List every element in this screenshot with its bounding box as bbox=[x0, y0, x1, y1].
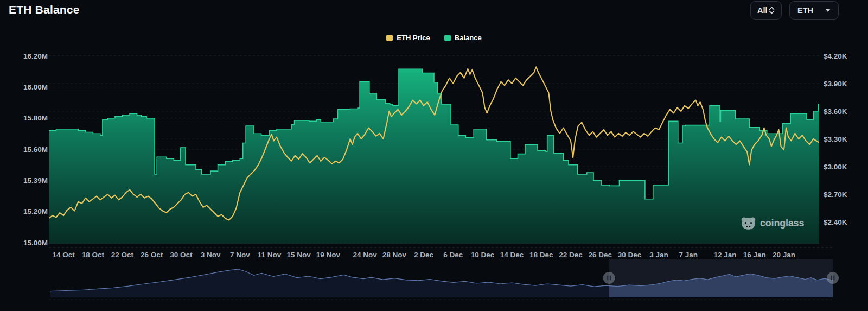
x-axis-tick: 20 Jan bbox=[773, 251, 795, 259]
x-axis-tick: 15 Nov bbox=[287, 251, 311, 259]
x-axis-tick: 22 Oct bbox=[111, 251, 134, 259]
navigator-handle-right[interactable] bbox=[827, 272, 839, 284]
x-axis-tick: 10 Dec bbox=[471, 251, 495, 259]
coinglass-bull-icon bbox=[741, 217, 756, 230]
x-axis-tick: 6 Dec bbox=[443, 251, 463, 259]
coinglass-watermark: coinglass bbox=[741, 217, 804, 230]
x-axis-tick: 11 Nov bbox=[258, 251, 282, 259]
x-axis-tick: 26 Oct bbox=[141, 251, 163, 259]
x-axis-tick: 22 Dec bbox=[559, 251, 583, 259]
y-axis-left-tick: 15.20M bbox=[23, 207, 48, 215]
x-axis-tick: 3 Nov bbox=[201, 251, 221, 259]
x-axis-tick: 30 Oct bbox=[170, 251, 193, 259]
y-axis-right-tick: $3.30K bbox=[824, 135, 847, 143]
navigator-handle-left[interactable] bbox=[603, 272, 615, 284]
x-axis-tick: 26 Dec bbox=[588, 251, 612, 259]
balance-area-series[interactable] bbox=[49, 69, 819, 244]
y-axis-right-tick: $3.60K bbox=[824, 107, 847, 116]
x-axis-tick: 19 Nov bbox=[316, 251, 341, 259]
y-axis-right-tick: $2.70K bbox=[824, 191, 847, 199]
y-axis-right-tick: $2.40K bbox=[824, 218, 847, 226]
y-axis-right-tick: $4.20K bbox=[824, 52, 847, 60]
x-axis-tick: 24 Nov bbox=[353, 251, 377, 259]
eth-balance-chart-page: ETH Balance All ETH ETH Price Balance 16… bbox=[0, 0, 868, 311]
x-axis-tick: 16 Jan bbox=[743, 251, 766, 259]
y-axis-left-tick: 15.39M bbox=[23, 176, 48, 185]
x-axis-tick: 7 Nov bbox=[230, 251, 250, 259]
x-axis-tick: 3 Jan bbox=[649, 251, 668, 259]
x-axis-tick: 18 Dec bbox=[529, 251, 553, 259]
y-axis-left-tick: 16.20M bbox=[23, 52, 48, 60]
x-axis-tick: 14 Dec bbox=[500, 251, 524, 259]
watermark-text: coinglass bbox=[760, 218, 804, 229]
y-axis-right-tick: $3.90K bbox=[824, 80, 847, 88]
x-axis-tick: 14 Oct bbox=[52, 251, 75, 259]
y-axis-left-tick: 15.60M bbox=[23, 145, 48, 154]
y-axis-right-tick: $3.00K bbox=[824, 163, 847, 171]
x-axis-tick: 2 Dec bbox=[414, 251, 434, 259]
x-axis-tick: 30 Dec bbox=[618, 251, 642, 259]
y-axis-left-tick: 15.00M bbox=[23, 239, 48, 247]
y-axis-left-tick: 15.80M bbox=[23, 114, 48, 122]
navigator[interactable] bbox=[49, 259, 839, 300]
x-axis-tick: 12 Jan bbox=[714, 251, 737, 259]
y-axis-left-tick: 16.00M bbox=[23, 83, 48, 91]
main-chart[interactable]: 16.20M16.00M15.80M15.60M15.39M15.20M15.0… bbox=[0, 0, 868, 311]
x-axis-tick: 18 Oct bbox=[82, 251, 105, 259]
x-axis-tick: 7 Jan bbox=[679, 251, 698, 259]
x-axis-tick: 28 Nov bbox=[382, 251, 407, 259]
